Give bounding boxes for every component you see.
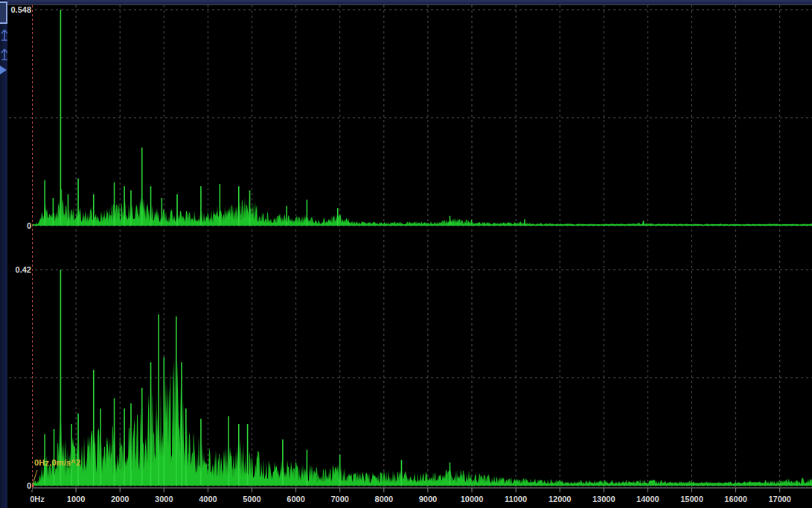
- window-top-strip: [0, 0, 812, 5]
- x-tick-label: 9000: [407, 495, 449, 504]
- x-tick-label: 17000: [759, 495, 801, 504]
- harmonic-cursor-tool-icon[interactable]: [0, 47, 7, 62]
- x-tick-label: 8000: [363, 495, 405, 504]
- x-tick-label: 5000: [231, 495, 273, 504]
- x-tick-label: 18000: [803, 495, 812, 504]
- x-tick-label: 7000: [319, 495, 361, 504]
- x-tick-label: 16000: [715, 495, 757, 504]
- x-tick-label: 4000: [187, 495, 228, 504]
- y-axis-zero-label-top: 0: [5, 221, 32, 230]
- left-toolbar: [0, 0, 7, 508]
- x-axis-tick-labels: 0Hz1000200030004000500060007000800090001…: [0, 495, 812, 507]
- selected-tool-box-icon[interactable]: [0, 1, 7, 24]
- x-tick-label: 6000: [275, 495, 317, 504]
- x-tick-label: 0Hz: [16, 495, 58, 504]
- y-axis-max-label-top: 0.548: [5, 5, 32, 14]
- spectrum-analyzer-window: 0.548 0 0.42 0 0Hz1000200030004000500060…: [0, 0, 812, 508]
- y-axis-max-label-bottom: 0.42: [5, 265, 32, 274]
- x-tick-label: 14000: [627, 495, 668, 504]
- x-tick-label: 2000: [99, 495, 141, 504]
- x-tick-label: 1000: [55, 495, 97, 504]
- x-tick-label: 11000: [495, 495, 537, 504]
- x-tick-label: 3000: [143, 495, 185, 504]
- x-tick-label: 10000: [451, 495, 493, 504]
- pointer-arrow-icon[interactable]: [0, 66, 7, 74]
- cursor-readout-label: 0Hz,0m/s^2: [34, 458, 80, 467]
- x-tick-label: 13000: [583, 495, 624, 504]
- vertical-cursor-tool-icon[interactable]: [0, 28, 7, 43]
- y-axis-zero-label-bottom: 0: [5, 481, 32, 490]
- spectrum-plot-canvas[interactable]: [0, 0, 812, 508]
- x-tick-label: 15000: [671, 495, 713, 504]
- x-tick-label: 12000: [539, 495, 581, 504]
